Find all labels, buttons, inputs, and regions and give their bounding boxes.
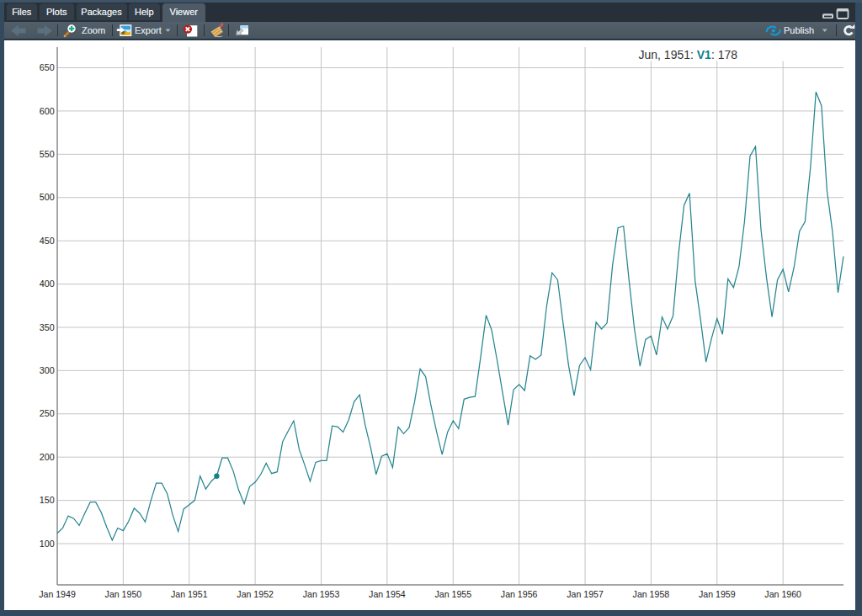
svg-text:Jan 1953: Jan 1953 bbox=[303, 589, 340, 599]
svg-text:Jan 1949: Jan 1949 bbox=[39, 589, 76, 599]
svg-text:Jan 1956: Jan 1956 bbox=[501, 589, 538, 599]
svg-text:150: 150 bbox=[40, 495, 55, 505]
svg-text:300: 300 bbox=[40, 365, 55, 375]
svg-text:350: 350 bbox=[40, 322, 55, 332]
svg-text:Jan 1955: Jan 1955 bbox=[434, 589, 471, 599]
svg-text:650: 650 bbox=[40, 62, 55, 72]
svg-text:400: 400 bbox=[40, 279, 55, 289]
svg-text:Jan 1950: Jan 1950 bbox=[105, 589, 142, 599]
svg-text:Jan 1954: Jan 1954 bbox=[369, 589, 406, 599]
svg-text:100: 100 bbox=[40, 539, 55, 549]
svg-text:600: 600 bbox=[40, 106, 55, 116]
svg-text:Jan 1959: Jan 1959 bbox=[699, 589, 736, 599]
svg-text:450: 450 bbox=[40, 236, 55, 246]
svg-text:250: 250 bbox=[40, 408, 55, 418]
svg-text:Jan 1960: Jan 1960 bbox=[764, 589, 801, 599]
svg-text:550: 550 bbox=[40, 149, 55, 159]
svg-text:Jan 1957: Jan 1957 bbox=[567, 589, 604, 599]
svg-text:200: 200 bbox=[40, 452, 55, 462]
svg-text:Jan 1952: Jan 1952 bbox=[237, 589, 274, 599]
svg-text:500: 500 bbox=[40, 192, 55, 202]
svg-text:Jun, 1951: V1: 178: Jun, 1951: V1: 178 bbox=[639, 48, 738, 61]
svg-text:Jan 1958: Jan 1958 bbox=[633, 589, 670, 599]
svg-text:Jan 1951: Jan 1951 bbox=[171, 589, 208, 599]
